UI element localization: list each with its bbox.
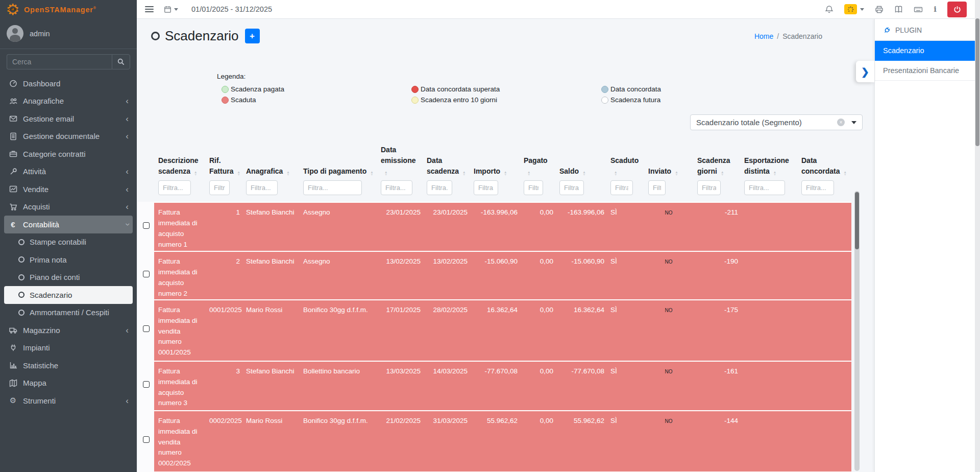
col-importo[interactable]: Importo▲▼ xyxy=(470,145,520,179)
table-scrollbar[interactable] xyxy=(854,191,860,471)
sort-icon: ▲▼ xyxy=(773,171,776,176)
info-icon: i xyxy=(934,5,937,14)
sidebar-item-gestione-email[interactable]: Gestione email ‹ xyxy=(4,110,133,128)
sidebar-item-attivita[interactable]: Attività ‹ xyxy=(4,163,133,181)
sidebar-item-vendite[interactable]: Vendite ‹ xyxy=(4,180,133,198)
sidebar-item-anagrafiche[interactable]: Anagrafiche ‹ xyxy=(4,92,133,110)
panel-collapse-button[interactable]: ❯ xyxy=(856,61,874,82)
logout-button[interactable] xyxy=(947,2,967,17)
gear-icon: ⚙ xyxy=(8,396,18,405)
brand-logo[interactable]: ⚙ OSM OpenSTAManager® xyxy=(0,0,137,19)
col-saldo[interactable]: Saldo▲▼ xyxy=(555,145,606,179)
col-scaduto[interactable]: Scaduto▲▼ xyxy=(606,145,644,179)
plugin-item-scadenzario[interactable]: Scadenzario xyxy=(875,41,975,61)
hamburger-menu-icon[interactable] xyxy=(145,6,154,12)
schedule-row[interactable]: Fattura immediata di vendita numero 0002… xyxy=(138,411,851,472)
sidebar-item-dashboard[interactable]: Dashboard xyxy=(4,75,133,92)
col-descrizione-scadenza[interactable]: Descrizione scadenza▲▼ xyxy=(154,145,205,179)
clear-icon[interactable]: × xyxy=(837,119,845,126)
schedule-row[interactable]: Fattura immediata di acquisto numero 1 1… xyxy=(138,202,851,251)
page-scrollbar[interactable] xyxy=(975,0,980,472)
chevron-left-icon: ‹ xyxy=(126,396,129,405)
filter-pagato-input[interactable] xyxy=(524,180,543,195)
add-scadenza-button[interactable]: + xyxy=(245,29,260,43)
schedule-row[interactable]: Fattura immediata di acquisto numero 3 3… xyxy=(138,361,851,411)
print-button[interactable] xyxy=(875,5,884,14)
avatar[interactable] xyxy=(7,25,23,42)
col-inviato[interactable]: Inviato▲▼ xyxy=(644,145,693,179)
filter-scadenza-input[interactable] xyxy=(427,180,452,195)
filter-descrizione-input[interactable] xyxy=(158,180,191,195)
circle-o-icon xyxy=(18,274,24,280)
sidebar-item-gestione-documentale[interactable]: Gestione documentale ‹ xyxy=(4,128,133,146)
schedule-row[interactable]: Fattura immediata di acquisto numero 2 2… xyxy=(138,251,851,300)
sidebar-item-piano-dei-conti[interactable]: Piano dei conti xyxy=(4,269,133,287)
legend-title: Legenda: xyxy=(217,73,874,80)
schedule-row[interactable]: Fattura immediata di vendita numero 0001… xyxy=(138,300,851,361)
documentation-button[interactable] xyxy=(894,5,903,14)
filter-scaduto-input[interactable] xyxy=(610,180,633,195)
sidebar-item-categorie-contratti[interactable]: Categorie contratti xyxy=(4,145,133,163)
sidebar-item-acquisti[interactable]: Acquisti ‹ xyxy=(4,198,133,216)
sidebar-item-contabilita[interactable]: € Contabilità ‹ xyxy=(4,216,133,233)
sort-icon: ▲▼ xyxy=(384,171,387,176)
col-esportazione-distinta[interactable]: Esportazione distinta▲▼ xyxy=(740,145,797,179)
row-checkbox[interactable] xyxy=(143,436,150,443)
sidebar-item-prima-nota[interactable]: Prima nota xyxy=(4,251,133,269)
sidebar-item-statistiche[interactable]: Statistiche xyxy=(4,357,133,374)
search-button[interactable] xyxy=(112,54,130,69)
sidebar-item-stampe-contabili[interactable]: Stampe contabili xyxy=(4,233,133,251)
row-checkbox[interactable] xyxy=(143,381,150,388)
filter-importo-input[interactable] xyxy=(474,180,498,195)
legend-dot-concordata xyxy=(601,86,608,93)
sidebar-item-impianti[interactable]: Impianti xyxy=(4,339,133,357)
users-icon xyxy=(8,97,18,105)
plugin-panel: PLUGIN Scadenzario Presentazioni Bancari… xyxy=(874,19,975,472)
shortcuts-button[interactable] xyxy=(914,5,923,14)
file-icon xyxy=(8,132,18,140)
sort-icon: ▲▼ xyxy=(582,171,585,176)
filter-rif-input[interactable] xyxy=(209,180,230,195)
plugin-item-presentazioni-bancarie[interactable]: Presentazioni Bancarie xyxy=(875,61,975,81)
breadcrumb-home-link[interactable]: Home xyxy=(754,32,773,40)
session-indicator[interactable] xyxy=(844,4,864,14)
navbar-right-icons: i xyxy=(825,2,967,17)
sort-icon: ▲▼ xyxy=(370,171,373,176)
col-tipo-pagamento[interactable]: Tipo di pagamento▲▼ xyxy=(299,145,377,179)
filter-concordata-input[interactable] xyxy=(801,180,834,195)
notifications-bell-button[interactable] xyxy=(825,5,834,14)
bell-icon xyxy=(825,5,834,14)
filter-tipo-input[interactable] xyxy=(303,180,362,195)
search-input[interactable] xyxy=(7,54,112,69)
map-icon xyxy=(8,379,18,387)
row-checkbox[interactable] xyxy=(143,325,150,332)
row-checkbox[interactable] xyxy=(143,271,150,277)
page-scrollbar-thumb[interactable] xyxy=(975,18,979,146)
col-data-concordata[interactable]: Data concordata▲▼ xyxy=(797,145,851,179)
col-anagrafica[interactable]: Anagrafica▲▼ xyxy=(242,145,299,179)
sidebar-item-mappa[interactable]: Mappa xyxy=(4,374,133,392)
col-data-emissione[interactable]: Data emissione▲▼ xyxy=(377,145,423,179)
row-checkbox[interactable] xyxy=(143,222,150,229)
col-scadenza-giorni[interactable]: Scadenza giorni▲▼ xyxy=(693,145,740,179)
col-rif-fattura[interactable]: Rif. Fattura▲▼ xyxy=(205,145,242,179)
filter-anagrafica-input[interactable] xyxy=(246,180,278,195)
user-name: admin xyxy=(30,30,50,38)
col-data-scadenza[interactable]: Data scadenza▲▼ xyxy=(423,145,470,179)
sidebar-item-strumenti[interactable]: ⚙ Strumenti ‹ xyxy=(4,392,133,410)
date-range-picker[interactable] xyxy=(164,6,178,13)
sidebar-item-magazzino[interactable]: Magazzino ‹ xyxy=(4,321,133,339)
filter-esportazione-input[interactable] xyxy=(744,180,785,195)
table-scrollbar-thumb[interactable] xyxy=(855,192,859,249)
inviato-badge: NO xyxy=(644,251,693,300)
chevron-left-icon: ‹ xyxy=(126,132,129,140)
filter-saldo-input[interactable] xyxy=(559,180,584,195)
segment-select[interactable]: Scadenzario totale (Segmento) × xyxy=(690,114,863,130)
filter-inviato-input[interactable] xyxy=(648,180,666,195)
col-pagato[interactable]: Pagato▲▼ xyxy=(520,145,555,179)
sidebar-item-scadenzario[interactable]: Scadenzario xyxy=(4,286,133,304)
filter-emissione-input[interactable] xyxy=(381,180,412,195)
sidebar-item-ammortamenti-cespiti[interactable]: Ammortamenti / Cespiti xyxy=(4,304,133,322)
info-button[interactable]: i xyxy=(934,5,937,14)
filter-giorni-input[interactable] xyxy=(697,180,721,195)
